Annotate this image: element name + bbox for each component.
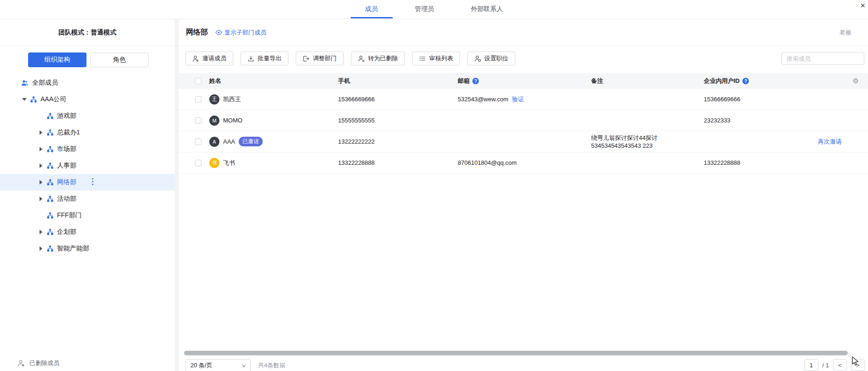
prev-page-button[interactable]: < (833, 359, 847, 371)
chevron-right-icon[interactable] (38, 163, 44, 168)
chevron-right-icon[interactable] (38, 197, 44, 201)
table-row[interactable]: M MOMO 15555555555 23232333 (178, 110, 868, 131)
toolbar: 邀请成员 批量导出 调整部门 转为已删除 审核列表 设置职位 (185, 52, 515, 65)
table-row[interactable]: 王 凯西王 15366669666 532543@wew.com验证 15366… (178, 89, 868, 110)
chevron-right-icon[interactable] (38, 130, 44, 135)
set-position-button[interactable]: 设置职位 (467, 52, 515, 65)
chevron-right-icon[interactable] (38, 246, 44, 251)
org-icon (47, 113, 53, 119)
tree-item-label: 总裁办1 (57, 128, 80, 137)
page-size-value: 20 条/页 (190, 361, 213, 370)
tree-item-all-members[interactable]: 全部成员 (0, 75, 175, 91)
member-email: 8706101804@qq.com (458, 159, 517, 166)
person-gear-icon (474, 55, 481, 62)
tree-item-dept[interactable]: FFF部门 (0, 207, 175, 224)
tree-item-label: 人事部 (57, 162, 76, 170)
deleted-members-button[interactable]: 已删除成员 (17, 359, 59, 367)
tab-external-contacts[interactable]: 外部联系人 (469, 0, 505, 18)
move-to-deleted-button[interactable]: 转为已删除 (351, 52, 405, 65)
page-size-select[interactable]: 20 条/页 ∨ (185, 359, 251, 371)
search-input[interactable] (782, 55, 868, 62)
page-title: 网络部 (186, 28, 208, 37)
person-add-icon (192, 55, 199, 62)
chevron-down-icon: ∨ (241, 363, 246, 369)
avatar: 王 (209, 94, 219, 104)
table-row[interactable]: A AAA 已邀请 13222222222 绕弯儿翁探讨探讨44探讨534534… (178, 131, 868, 152)
row-checkbox[interactable] (195, 139, 201, 145)
settings-icon[interactable]: ⚙ (853, 73, 859, 89)
tree-item-dept[interactable]: 活动部 (0, 191, 175, 207)
current-page-box[interactable]: 1 (805, 359, 818, 371)
roles-button[interactable]: 角色 (90, 52, 149, 67)
chevron-down-icon[interactable] (21, 98, 28, 101)
org-icon (47, 229, 53, 235)
table-row[interactable]: 书 飞书 13322228888 8706101804@qq.com 13322… (178, 152, 868, 174)
row-checkbox[interactable] (195, 117, 201, 124)
row-checkbox[interactable] (195, 96, 201, 103)
member-name: MOMO (223, 117, 242, 124)
member-user-id: 15366669666 (704, 96, 810, 103)
pagination-bar: 20 条/页 ∨ 共4条数据 1 / 1 < > (185, 359, 868, 371)
batch-export-button[interactable]: 批量导出 (241, 52, 288, 65)
org-icon (47, 146, 53, 152)
tree-item-label: AAA公司 (40, 95, 66, 104)
tree-item-dept[interactable]: 企划部 (0, 224, 175, 240)
tree-item-dept[interactable]: 总裁办1 (0, 124, 175, 141)
tree-item-label: 企划部 (57, 228, 76, 236)
show-subdept-toggle[interactable]: 显示子部门成员 (215, 29, 266, 37)
tree-item-company[interactable]: AAA公司 (0, 91, 175, 108)
avatar: 书 (209, 158, 219, 168)
close-icon[interactable]: × (860, 1, 865, 10)
member-table: 王 凯西王 15366669666 532543@wew.com验证 15366… (178, 89, 868, 174)
org-icon (47, 245, 53, 252)
column-name: 姓名 (209, 77, 338, 85)
org-icon (47, 129, 53, 136)
next-page-button[interactable]: > (851, 359, 865, 371)
status-badge: 已邀请 (239, 137, 263, 146)
org-icon (47, 212, 53, 219)
tree-item-label: 智能产能部 (57, 244, 89, 253)
button-label: 邀请成员 (202, 54, 226, 63)
member-phone: 13322228888 (338, 159, 458, 166)
invite-member-button[interactable]: 邀请成员 (185, 52, 233, 65)
member-remark: 绕弯儿翁探讨探讨44探讨534534543543543 223 (591, 134, 704, 149)
tree-item-dept-selected[interactable]: 网络部 (0, 174, 175, 191)
chevron-right-icon[interactable] (38, 230, 44, 234)
member-phone: 15555555555 (338, 117, 458, 124)
reinvite-link[interactable]: 再次邀请 (810, 138, 868, 146)
tree-item-label: 市场部 (57, 145, 76, 153)
member-user-id: 23232333 (704, 117, 810, 124)
help-icon[interactable]: ? (742, 78, 749, 84)
top-tab-bar: 成员 管理员 外部联系人 × (0, 0, 868, 18)
list-icon (419, 55, 426, 62)
role-badge: 老板 (839, 29, 851, 37)
tree-item-dept[interactable]: 智能产能部 (0, 240, 175, 257)
member-user-id: 13322228888 (704, 159, 810, 166)
tab-admins[interactable]: 管理员 (413, 0, 436, 18)
button-label: 设置职位 (484, 54, 508, 63)
more-actions-icon[interactable] (92, 178, 94, 185)
select-all-checkbox[interactable] (195, 78, 201, 84)
adjust-department-button[interactable]: 调整部门 (296, 52, 344, 65)
chevron-right-icon[interactable] (38, 147, 44, 151)
member-phone: 15366669666 (338, 96, 458, 103)
tree-item-dept[interactable]: 人事部 (0, 157, 175, 174)
person-deleted-icon (17, 359, 25, 367)
tree-item-dept[interactable]: 游戏部 (0, 108, 175, 124)
table-header: 姓名 手机 邮箱 ? 备注 企业内用户ID ? ⚙ (178, 73, 868, 89)
button-label: 调整部门 (313, 54, 337, 63)
help-icon[interactable]: ? (472, 78, 479, 84)
review-list-button[interactable]: 审核列表 (412, 52, 460, 65)
pager: 1 / 1 < > (805, 359, 865, 371)
row-checkbox[interactable] (195, 160, 201, 166)
org-icon (47, 162, 53, 169)
tree-item-dept[interactable]: 市场部 (0, 141, 175, 157)
org-structure-button[interactable]: 组织架构 (28, 52, 86, 67)
member-panel: 网络部 显示子部门成员 老板 邀请成员 批量导出 调整部门 转为已删除 审核列表 (178, 19, 868, 371)
verify-link[interactable]: 验证 (512, 96, 524, 103)
chevron-right-icon[interactable] (38, 180, 44, 185)
deleted-members-label: 已删除成员 (29, 359, 59, 367)
search-box (782, 52, 864, 65)
tab-members[interactable]: 成员 (363, 0, 380, 18)
horizontal-scrollbar[interactable] (184, 351, 848, 355)
